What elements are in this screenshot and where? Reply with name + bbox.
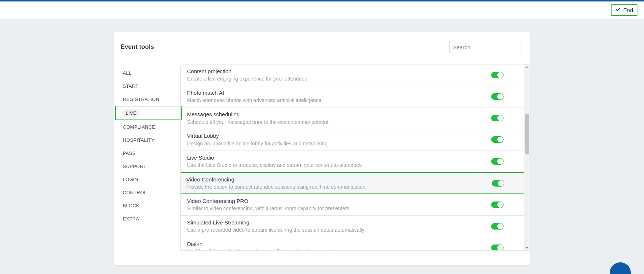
search-input[interactable] bbox=[449, 41, 521, 53]
tool-text: Live Studio Use the Live Studio to produ… bbox=[187, 154, 362, 169]
sidebar-item-label: LOGIN bbox=[123, 177, 138, 182]
tool-row-photo-match-ai: Photo match AI Match attendees photos wi… bbox=[181, 86, 524, 107]
toggle-knob bbox=[497, 72, 503, 78]
tool-title: Dial-in bbox=[187, 240, 334, 248]
tool-text: Content projection Create a live engagin… bbox=[187, 68, 307, 82]
content-inner: Content projection Create a live engagin… bbox=[180, 64, 530, 251]
sidebar-item-all[interactable]: ALL bbox=[114, 66, 181, 79]
tool-title: Video Conferencing PRO bbox=[187, 197, 350, 205]
sidebar-item-compliance[interactable]: COMPLIANCE bbox=[114, 120, 181, 133]
tool-desc: Create a live engaging experience for yo… bbox=[187, 75, 307, 82]
tool-desc: Enables dial-in option for speakers on a… bbox=[187, 248, 334, 250]
scroll-down-icon[interactable]: ▼ bbox=[524, 245, 530, 250]
tool-text: Messages scheduling Schedule all your me… bbox=[187, 111, 329, 125]
sidebar-item-login[interactable]: LOGIN bbox=[114, 173, 181, 186]
toggle-knob bbox=[497, 137, 503, 142]
card-body: ALL START REGISTRATION LIVE COMPLIANCE H… bbox=[114, 64, 530, 251]
tool-row-virtual-lobby: Virtual Lobby Design an innovative onlin… bbox=[181, 129, 524, 150]
toggle-knob bbox=[497, 158, 503, 164]
tool-title: Video Conferencing bbox=[186, 176, 366, 183]
tool-text: Video Conferencing Provide the option to… bbox=[186, 176, 366, 191]
tool-desc: Use the Live Studio to produce, display … bbox=[187, 162, 362, 169]
toggle-video-conferencing-pro[interactable] bbox=[491, 201, 504, 208]
toggle-messages-scheduling[interactable] bbox=[491, 115, 504, 121]
toggle-knob bbox=[497, 94, 503, 99]
scrollbar[interactable]: ▲ ▼ bbox=[524, 64, 530, 250]
toggle-photo-match-ai[interactable] bbox=[491, 93, 504, 100]
tool-text: Simulated Live Streaming Use a pre-recor… bbox=[187, 219, 365, 234]
card-header: Event tools bbox=[114, 32, 530, 64]
tools-list: Content projection Create a live engagin… bbox=[181, 64, 524, 250]
sidebar-item-label: PASS bbox=[123, 150, 136, 156]
tool-desc: Use a pre-recorded video to stream live … bbox=[187, 227, 365, 234]
scroll-up-icon[interactable]: ▲ bbox=[524, 64, 530, 70]
tool-title: Live Studio bbox=[187, 154, 362, 161]
event-tools-card: Event tools ALL START REGISTRATION LIVE … bbox=[114, 32, 530, 265]
sidebar-item-label: REGISTRATION bbox=[123, 97, 159, 102]
toggle-content-projection[interactable] bbox=[491, 72, 504, 78]
content-wrap: Content projection Create a live engagin… bbox=[181, 64, 530, 251]
sidebar-item-control[interactable]: CONTROL bbox=[114, 186, 181, 199]
card-title: Event tools bbox=[121, 43, 154, 51]
sidebar-item-label: LIVE bbox=[122, 109, 140, 117]
tool-text: Video Conferencing PRO Similar to video … bbox=[187, 197, 350, 212]
sidebar: ALL START REGISTRATION LIVE COMPLIANCE H… bbox=[114, 64, 181, 251]
tool-desc: Similar to video conferencing, with a la… bbox=[187, 205, 350, 212]
toggle-knob bbox=[497, 245, 503, 250]
end-button[interactable]: End bbox=[611, 4, 637, 16]
sidebar-item-label: ALL bbox=[123, 70, 132, 76]
tool-desc: Design an innovative online lobby for ac… bbox=[187, 140, 328, 147]
sidebar-item-start[interactable]: START bbox=[114, 79, 181, 93]
tool-row-live-studio: Live Studio Use the Live Studio to produ… bbox=[181, 151, 524, 172]
toggle-virtual-lobby[interactable] bbox=[491, 136, 504, 143]
toggle-video-conferencing[interactable] bbox=[492, 180, 504, 187]
sidebar-item-hospitality[interactable]: HOSPITALITY bbox=[114, 133, 181, 146]
sidebar-item-label: COMPLIANCE bbox=[123, 124, 155, 130]
scroll-thumb[interactable] bbox=[525, 114, 529, 154]
sidebar-item-label: CONTROL bbox=[123, 190, 147, 195]
sidebar-item-block[interactable]: BLOCK bbox=[114, 199, 181, 212]
tool-title: Content projection bbox=[187, 68, 307, 75]
tool-text: Dial-in Enables dial-in option for speak… bbox=[187, 240, 334, 250]
sidebar-item-registration[interactable]: REGISTRATION bbox=[114, 93, 181, 106]
tool-desc: Match attendees photos with advanced art… bbox=[187, 97, 321, 104]
sidebar-item-label: SUPPORT bbox=[123, 164, 147, 169]
sidebar-item-pass[interactable]: PASS bbox=[114, 146, 181, 160]
sidebar-item-label: HOSPITALITY bbox=[123, 137, 155, 143]
tool-row-dial-in: Dial-in Enables dial-in option for speak… bbox=[181, 237, 524, 250]
sidebar-item-live[interactable]: LIVE bbox=[115, 106, 182, 120]
tool-row-content-projection: Content projection Create a live engagin… bbox=[181, 64, 524, 86]
end-button-label: End bbox=[623, 7, 633, 13]
tool-text: Virtual Lobby Design an innovative onlin… bbox=[187, 132, 328, 147]
toggle-live-studio[interactable] bbox=[491, 158, 504, 165]
sidebar-item-extra[interactable]: EXTRA bbox=[114, 212, 181, 225]
tool-title: Messages scheduling bbox=[187, 111, 329, 118]
sidebar-item-label: BLOCK bbox=[123, 203, 140, 208]
tool-desc: Schedule all your messages prior to the … bbox=[187, 119, 329, 126]
tool-title: Virtual Lobby bbox=[187, 132, 328, 140]
tool-title: Photo match AI bbox=[187, 89, 321, 97]
header-bar: End bbox=[0, 1, 644, 19]
tool-desc: Provide the option to connect attendee s… bbox=[186, 184, 366, 191]
toggle-knob bbox=[497, 202, 503, 208]
toggle-knob bbox=[498, 180, 504, 186]
tool-title: Simulated Live Streaming bbox=[187, 219, 365, 226]
toggle-simulated-live-streaming[interactable] bbox=[491, 223, 504, 230]
check-icon bbox=[615, 7, 621, 13]
toggle-knob bbox=[497, 115, 503, 121]
tool-row-video-conferencing-pro: Video Conferencing PRO Similar to video … bbox=[181, 194, 524, 216]
toggle-knob bbox=[497, 223, 503, 229]
tool-text: Photo match AI Match attendees photos wi… bbox=[187, 89, 321, 104]
tool-row-simulated-live-streaming: Simulated Live Streaming Use a pre-recor… bbox=[181, 216, 524, 237]
help-fab[interactable] bbox=[610, 262, 631, 274]
sidebar-item-label: EXTRA bbox=[123, 216, 139, 222]
tool-row-video-conferencing: Video Conferencing Provide the option to… bbox=[181, 172, 524, 194]
toggle-dial-in[interactable] bbox=[491, 244, 504, 250]
sidebar-item-support[interactable]: SUPPORT bbox=[114, 160, 181, 173]
sidebar-item-label: START bbox=[123, 83, 139, 89]
tool-row-messages-scheduling: Messages scheduling Schedule all your me… bbox=[181, 107, 524, 129]
